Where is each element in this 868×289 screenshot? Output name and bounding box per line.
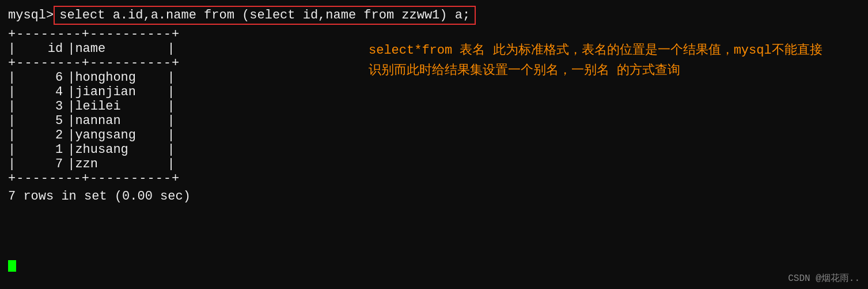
row-name: yangsang (75, 128, 167, 142)
row-pipe-left: | (8, 99, 16, 114)
row-pipe-mid: | (67, 70, 75, 85)
row-name: honghong (75, 70, 167, 85)
row-name: zhusang (75, 142, 167, 157)
table-body: | 6 | honghong || 4 | jianjian || 3 | le… (8, 70, 860, 171)
row-pipe-left: | (8, 114, 16, 128)
watermark: CSDN @烟花雨.. (788, 272, 860, 284)
header-name: name (75, 42, 167, 56)
row-pipe-left: | (8, 85, 16, 99)
row-pipe-left: | (8, 70, 16, 85)
row-pipe-left: | (8, 157, 16, 171)
row-pipe-right: | (167, 142, 175, 157)
row-name: zzn (75, 157, 167, 171)
row-id: 1 (16, 142, 67, 157)
row-pipe-right: | (167, 157, 175, 171)
table-row: | 7 | zzn | (8, 157, 860, 171)
divider-bot: +--------+----------+ (8, 171, 860, 186)
annotation: select*from 表名 此为标准格式，表名的位置是一个结果值，mysql不… (369, 40, 822, 81)
row-pipe-right: | (167, 70, 175, 85)
row-pipe-left: | (8, 142, 16, 157)
table-row: | 3 | leilei | (8, 99, 860, 114)
prompt-line: mysql> select a.id,a.name from (select i… (8, 6, 860, 25)
header-pipe-right: | (167, 42, 175, 56)
cursor (8, 260, 16, 272)
row-id: 2 (16, 128, 67, 142)
header-pipe-mid: | (67, 42, 75, 56)
row-pipe-mid: | (67, 128, 75, 142)
row-pipe-mid: | (67, 85, 75, 99)
terminal-window: mysql> select a.id,a.name from (select i… (0, 0, 868, 289)
row-pipe-mid: | (67, 157, 75, 171)
mysql-prompt: mysql> (8, 8, 54, 22)
row-id: 4 (16, 85, 67, 99)
row-name: leilei (75, 99, 167, 114)
table-row: | 1 | zhusang | (8, 142, 860, 157)
header-pipe-left: | (8, 42, 16, 56)
row-pipe-right: | (167, 114, 175, 128)
result-summary: 7 rows in set (0.00 sec) (8, 189, 860, 204)
row-pipe-mid: | (67, 142, 75, 157)
row-pipe-mid: | (67, 99, 75, 114)
row-name: nannan (75, 114, 167, 128)
row-pipe-right: | (167, 85, 175, 99)
row-id: 5 (16, 114, 67, 128)
row-pipe-mid: | (67, 114, 75, 128)
row-id: 7 (16, 157, 67, 171)
annotation-line2: 识别而此时给结果集设置一个别名，一别名 的方式查询 (369, 61, 822, 81)
row-id: 6 (16, 70, 67, 85)
annotation-line1: select*from 表名 此为标准格式，表名的位置是一个结果值，mysql不… (369, 40, 822, 61)
row-pipe-left: | (8, 128, 16, 142)
table-row: | 2 | yangsang | (8, 128, 860, 142)
row-pipe-right: | (167, 99, 175, 114)
row-pipe-right: | (167, 128, 175, 142)
row-id: 3 (16, 99, 67, 114)
sql-command: select a.id,a.name from (select id,name … (54, 6, 476, 25)
row-name: jianjian (75, 85, 167, 99)
table-row: | 5 | nannan | (8, 114, 860, 128)
divider-top: +--------+----------+ (8, 27, 860, 42)
header-id: id (16, 42, 67, 56)
table-row: | 4 | jianjian | (8, 85, 860, 99)
